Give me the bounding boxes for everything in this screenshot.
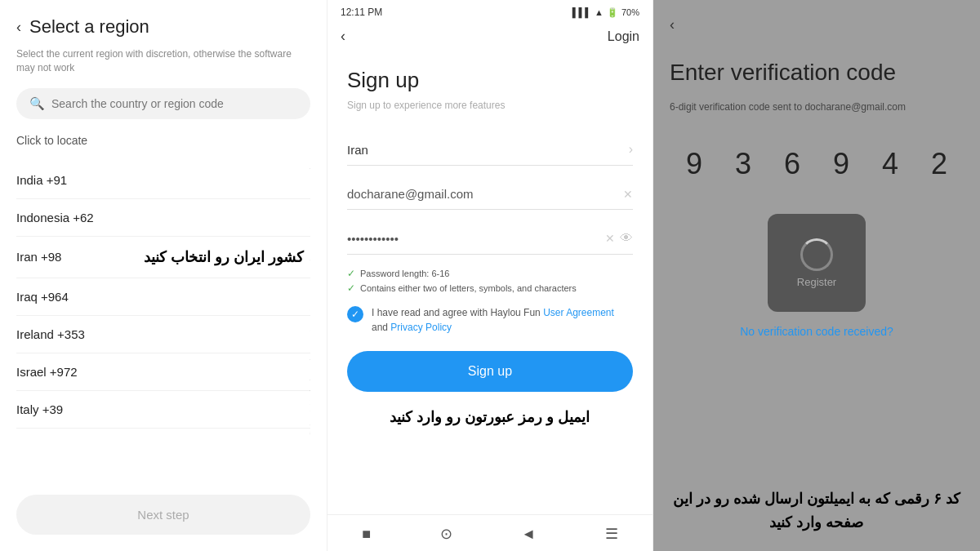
- agreement-checkbox[interactable]: ✓: [347, 306, 363, 322]
- panel1-subtitle: Select the current region with discretio…: [16, 47, 310, 75]
- search-box[interactable]: 🔍: [16, 88, 310, 119]
- region-panel: ‹ Select a region Select the current reg…: [0, 0, 327, 551]
- clear-password-icon[interactable]: ✕: [605, 232, 615, 245]
- digit-1: 9: [676, 147, 712, 181]
- country-indonesia-label: Indonesia +62: [16, 211, 94, 224]
- verification-panel: ‹ Enter verification code 6-digit verifi…: [653, 0, 980, 551]
- agreement-text: I have read and agree with Haylou Fun Us…: [372, 305, 633, 335]
- verify-title: Enter verification code: [670, 58, 964, 87]
- digit-3: 6: [774, 147, 810, 181]
- register-button[interactable]: Register: [768, 214, 866, 312]
- digit-6: 2: [921, 147, 957, 181]
- email-annotation: ایمیل و رمز عبورتون رو وارد کنید: [347, 408, 633, 426]
- password-input[interactable]: [347, 232, 605, 246]
- register-btn-area: Register: [670, 214, 964, 312]
- verify-subtitle: 6-digit verification code sent to dochar…: [670, 100, 964, 114]
- country-israel-label: Israel +972: [16, 365, 78, 379]
- eye-icon[interactable]: 👁: [620, 231, 633, 246]
- digit-5: 4: [872, 147, 908, 181]
- back-arrow-icon[interactable]: ‹: [16, 19, 21, 36]
- rule-chars: ✓ Contains either two of letters, symbol…: [347, 282, 633, 294]
- country-list: India +91 Indonesia +62 Iran +98 کشور ای…: [16, 162, 310, 482]
- password-rules: ✓ Password length: 6-16 ✓ Contains eithe…: [347, 268, 633, 294]
- check-icon-2: ✓: [347, 282, 355, 294]
- back-arrow-icon-3[interactable]: ‹: [670, 16, 964, 33]
- email-input[interactable]: [347, 187, 623, 201]
- password-field[interactable]: ✕ 👁: [347, 223, 633, 255]
- email-field[interactable]: ✕: [347, 179, 633, 210]
- signup-panel: 12:11 PM ▌▌▌ ▲ 🔋 70% ‹ Login Sign up Sig…: [327, 0, 653, 551]
- agreement-row[interactable]: ✓ I have read and agree with Haylou Fun …: [347, 305, 633, 335]
- panel1-header: ‹ Select a region: [16, 16, 310, 38]
- bottom-nav: ■ ⊙ ◄ ☰: [327, 514, 653, 551]
- status-bar: 12:11 PM ▌▌▌ ▲ 🔋 70%: [327, 0, 653, 21]
- battery-pct: 70%: [621, 7, 639, 17]
- country-italy-label: Italy +39: [16, 402, 63, 416]
- country-iran[interactable]: Iran +98 کشور ایران رو انتخاب کنید: [16, 237, 310, 278]
- signup-subtitle: Sign up to experience more features: [347, 100, 633, 111]
- bottom-home-icon[interactable]: ⊙: [440, 525, 452, 543]
- signup-content: Sign up Sign up to experience more featu…: [327, 51, 653, 514]
- wifi-icon: ▲: [595, 7, 604, 17]
- no-code-link[interactable]: No verification code received?: [670, 325, 964, 338]
- agreement-prefix: I have read and agree with Haylou Fun: [372, 307, 543, 318]
- click-to-locate[interactable]: Click to locate: [16, 134, 310, 147]
- alphabet-index: A B C D E F G H I J K L M N O P Q R S T …: [310, 162, 311, 439]
- loading-spinner: [800, 238, 833, 271]
- country-field[interactable]: Iran ›: [347, 134, 633, 166]
- clear-email-icon[interactable]: ✕: [623, 188, 633, 201]
- country-india-label: India +91: [16, 173, 67, 187]
- signup-title: Sign up: [347, 68, 633, 93]
- country-italy[interactable]: Italy +39: [16, 391, 310, 429]
- country-iran-label: Iran +98: [16, 250, 61, 264]
- digit-4: 9: [823, 147, 859, 181]
- back-arrow-icon-2[interactable]: ‹: [341, 28, 345, 45]
- panel2-nav: ‹ Login: [327, 21, 653, 51]
- battery-icon: 🔋: [607, 7, 618, 18]
- chevron-right-icon: ›: [629, 142, 633, 157]
- search-icon: 🔍: [29, 96, 45, 111]
- country-iraq[interactable]: Iraq +964: [16, 278, 310, 316]
- iran-annotation: کشور ایران رو انتخاب کنید: [144, 248, 304, 266]
- signup-button[interactable]: Sign up: [347, 351, 633, 392]
- register-label: Register: [797, 276, 836, 288]
- rule-length-text: Password length: 6-16: [360, 269, 449, 278]
- country-israel[interactable]: Israel +972: [16, 353, 310, 391]
- login-nav-title: Login: [608, 29, 639, 44]
- rule-chars-text: Contains either two of letters, symbols,…: [360, 283, 577, 293]
- status-time: 12:11 PM: [341, 7, 382, 18]
- bottom-back-icon[interactable]: ◄: [521, 526, 536, 543]
- next-step-button[interactable]: Next step: [16, 495, 310, 535]
- status-icons: ▌▌▌ ▲ 🔋 70%: [572, 7, 639, 18]
- verify-annotation: کد ۶ رقمی که به ایمیلتون ارسال شده رو در…: [670, 487, 964, 535]
- country-india[interactable]: India +91: [16, 162, 310, 199]
- panel1-title: Select a region: [29, 16, 149, 38]
- signal-icon: ▌▌▌: [572, 7, 591, 17]
- agreement-and: and: [372, 322, 390, 333]
- country-ireland[interactable]: Ireland +353: [16, 316, 310, 353]
- country-value: Iran: [347, 143, 368, 157]
- country-ireland-label: Ireland +353: [16, 327, 85, 341]
- country-iraq-label: Iraq +964: [16, 290, 69, 304]
- rule-length: ✓ Password length: 6-16: [347, 268, 633, 279]
- bottom-stop-icon[interactable]: ■: [362, 526, 371, 543]
- user-agreement-link[interactable]: User Agreement: [543, 307, 614, 318]
- digit-2: 3: [725, 147, 761, 181]
- bottom-menu-icon[interactable]: ☰: [605, 525, 618, 543]
- code-digits: 9 3 6 9 4 2: [670, 147, 964, 181]
- search-input[interactable]: [51, 97, 297, 110]
- check-icon-1: ✓: [347, 268, 355, 279]
- privacy-policy-link[interactable]: Privacy Policy: [390, 322, 452, 333]
- country-indonesia[interactable]: Indonesia +62: [16, 199, 310, 237]
